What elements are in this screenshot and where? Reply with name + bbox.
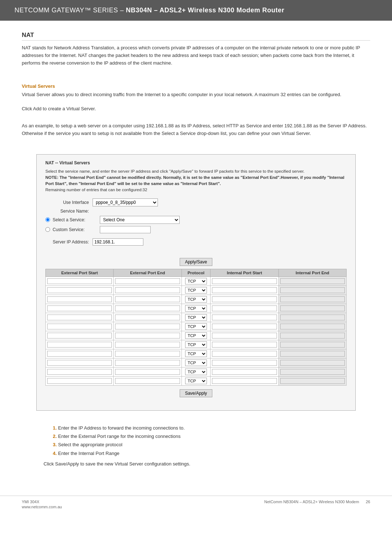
ext-port-end-input[interactable] — [115, 287, 180, 293]
int-port-start-input[interactable] — [212, 342, 277, 348]
protocol-select[interactable]: TCPUDPTCP/UDP — [185, 287, 207, 294]
protocol-select[interactable]: TCPUDPTCP/UDP — [185, 350, 207, 357]
ext-port-start-input[interactable] — [47, 305, 112, 311]
instruction-item: Enter the Internal Port Range — [58, 449, 370, 457]
ext-port-end-input[interactable] — [115, 333, 180, 338]
ext-port-end-input[interactable] — [115, 315, 180, 320]
ext-port-start-cell — [46, 295, 114, 304]
instruction-item: Enter the External Port range for the in… — [58, 432, 370, 440]
protocol-select[interactable]: TCPUDPTCP/UDP — [185, 296, 207, 303]
int-port-end-input[interactable] — [280, 315, 345, 320]
footer-left: YMI 304X www.netcomm.com.au — [22, 500, 62, 509]
protocol-select[interactable]: TCPUDPTCP/UDP — [185, 332, 207, 339]
instructions-list: Enter the IP Address to forward the inco… — [51, 424, 370, 458]
ext-port-end-cell — [114, 322, 181, 331]
ext-port-end-cell — [114, 331, 181, 340]
protocol-select[interactable]: TCPUDPTCP/UDP — [185, 341, 207, 348]
protocol-cell: TCPUDPTCP/UDP — [181, 349, 211, 358]
ext-port-end-input[interactable] — [115, 351, 180, 357]
int-port-start-input[interactable] — [212, 296, 277, 302]
int-port-start-input[interactable] — [212, 315, 277, 320]
int-port-end-input[interactable] — [280, 296, 345, 302]
instructions-section: Enter the IP Address to forward the inco… — [44, 424, 370, 468]
col-external-port-end: External Port End — [114, 269, 181, 276]
ext-port-start-input[interactable] — [47, 360, 112, 366]
server-ip-input[interactable] — [93, 238, 143, 246]
ext-port-start-input[interactable] — [47, 324, 112, 329]
table-row: TCPUDPTCP/UDP — [46, 358, 347, 367]
apply-save-row: Apply/Save — [45, 258, 347, 266]
protocol-select[interactable]: TCPUDPTCP/UDP — [185, 314, 207, 321]
ext-port-start-input[interactable] — [47, 342, 112, 348]
ext-port-end-input[interactable] — [115, 278, 180, 284]
int-port-start-input[interactable] — [212, 369, 277, 375]
int-port-start-input[interactable] — [212, 351, 277, 357]
ext-port-end-input[interactable] — [115, 342, 180, 348]
int-port-start-input[interactable] — [212, 360, 277, 366]
use-interface-label: Use Interface — [45, 200, 93, 205]
use-interface-select[interactable]: pppoe_0_8_35/ppp0 — [93, 198, 158, 206]
int-port-start-input[interactable] — [212, 287, 277, 293]
int-port-end-input[interactable] — [280, 324, 345, 329]
ext-port-start-input[interactable] — [47, 287, 112, 293]
select-service-dropdown[interactable]: Select One — [100, 216, 180, 224]
protocol-select[interactable]: TCPUDPTCP/UDP — [185, 369, 207, 375]
ext-port-start-input[interactable] — [47, 369, 112, 375]
int-port-end-input[interactable] — [280, 333, 345, 338]
custom-service-radio[interactable] — [45, 227, 50, 232]
protocol-cell: TCPUDPTCP/UDP — [181, 340, 211, 349]
ext-port-end-input[interactable] — [115, 360, 180, 366]
int-port-end-input[interactable] — [280, 378, 345, 384]
ext-port-start-cell — [46, 331, 114, 340]
int-port-end-input[interactable] — [280, 360, 345, 366]
int-port-end-input[interactable] — [280, 369, 345, 375]
int-port-start-input[interactable] — [212, 378, 277, 384]
protocol-select[interactable]: TCPUDPTCP/UDP — [185, 323, 207, 330]
ext-port-end-cell — [114, 367, 181, 376]
int-port-start-cell — [211, 304, 278, 313]
use-interface-row: Use Interface pppoe_0_8_35/ppp0 — [45, 198, 347, 206]
ext-port-end-input[interactable] — [115, 296, 180, 302]
footer-page: 26 — [366, 500, 370, 504]
int-port-end-input[interactable] — [280, 278, 345, 284]
int-port-end-cell — [278, 349, 346, 358]
protocol-select[interactable]: TCPUDPTCP/UDP — [185, 378, 207, 384]
int-port-end-input[interactable] — [280, 342, 345, 348]
int-port-end-cell — [278, 367, 346, 376]
footer-product: NetComm NB304N – ADSL2+ Wireless N300 Mo… — [264, 500, 359, 504]
ext-port-start-input[interactable] — [47, 278, 112, 284]
ext-port-start-input[interactable] — [47, 296, 112, 302]
ext-port-end-input[interactable] — [115, 378, 180, 384]
ext-port-end-input[interactable] — [115, 305, 180, 311]
custom-service-input[interactable] — [100, 226, 151, 233]
save-apply-button[interactable]: Save/Apply — [180, 389, 213, 397]
ext-port-end-input[interactable] — [115, 369, 180, 375]
int-port-start-input[interactable] — [212, 278, 277, 284]
int-port-start-input[interactable] — [212, 305, 277, 311]
protocol-select[interactable]: TCPUDPTCP/UDP — [185, 305, 207, 312]
protocol-select[interactable]: TCPUDPTCP/UDP — [185, 360, 207, 366]
int-port-start-cell — [211, 358, 278, 367]
int-port-end-input[interactable] — [280, 351, 345, 357]
protocol-select[interactable]: TCPUDPTCP/UDP — [185, 278, 207, 284]
int-port-start-cell — [211, 276, 278, 286]
int-port-start-input[interactable] — [212, 333, 277, 338]
ext-port-start-input[interactable] — [47, 315, 112, 320]
int-port-start-input[interactable] — [212, 324, 277, 329]
service-name-label: Service Name: — [45, 209, 93, 214]
select-service-radio[interactable] — [45, 217, 50, 222]
int-port-end-input[interactable] — [280, 305, 345, 311]
int-port-end-input[interactable] — [280, 287, 345, 293]
ext-port-start-input[interactable] — [47, 333, 112, 338]
instruction-item: Select the appropriate protocol — [58, 440, 370, 449]
form-desc-line1: Select the service name, and enter the s… — [45, 169, 305, 173]
ext-port-end-cell — [114, 304, 181, 313]
nat-description: NAT stands for Network Address Translati… — [22, 44, 370, 67]
int-port-start-cell — [211, 349, 278, 358]
int-port-end-cell — [278, 286, 346, 295]
ext-port-end-input[interactable] — [115, 324, 180, 329]
apply-save-button[interactable]: Apply/Save — [180, 258, 213, 266]
col-internal-port-start: Internal Port Start — [211, 269, 278, 276]
ext-port-start-input[interactable] — [47, 351, 112, 357]
ext-port-start-input[interactable] — [47, 378, 112, 384]
